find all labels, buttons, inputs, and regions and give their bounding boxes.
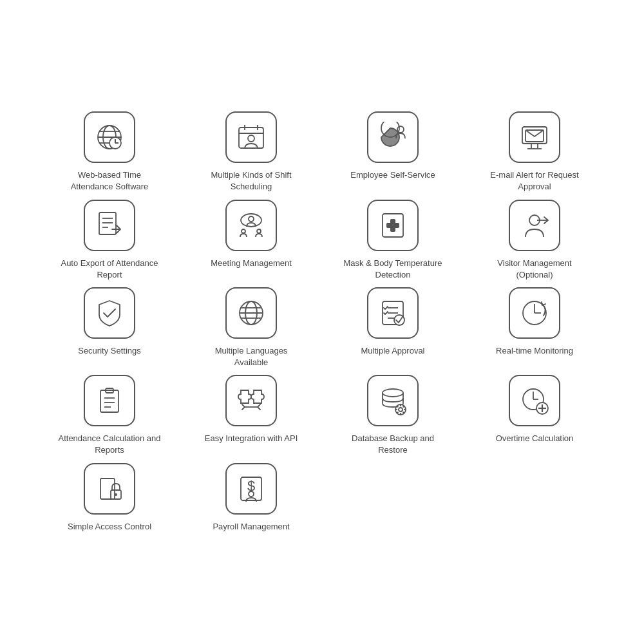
- svg-point-26: [242, 229, 245, 233]
- feature-payroll-management: $ Payroll Management: [187, 463, 316, 533]
- puzzle-arrows-icon: [236, 385, 267, 416]
- medical-cross-icon: [377, 210, 408, 241]
- feature-database-backup: Database Backup and Restore: [328, 375, 457, 456]
- simple-access-icon-box: [84, 463, 135, 515]
- meeting-management-icon-box: [225, 200, 277, 251]
- svg-rect-20: [99, 213, 116, 234]
- lock-card-icon: [94, 473, 125, 504]
- visitor-management-icon-box: [509, 200, 560, 251]
- employee-self-service-icon-box: [367, 111, 419, 163]
- svg-rect-46: [100, 390, 118, 412]
- mask-body-temp-icon-box: [367, 200, 419, 251]
- email-alert-label: E-mail Alert for Request Approval: [483, 169, 586, 193]
- shift-scheduling-icon-box: [225, 111, 277, 163]
- features-grid: Web-based Time Attendance Software Multi…: [19, 73, 625, 571]
- feature-multi-language: Multiple Languages Available: [187, 287, 316, 368]
- employee-self-service-label: Employee Self-Service: [350, 169, 435, 181]
- feature-realtime-monitoring: Real-time Monitoring: [470, 287, 599, 368]
- mask-body-temp-label: Mask & Body Temperature Detection: [341, 258, 444, 281]
- attendance-calc-icon-box: [84, 375, 135, 426]
- feature-web-time-attendance: Web-based Time Attendance Software: [45, 111, 174, 193]
- multi-language-icon-box: [225, 287, 277, 339]
- payroll-management-label: Payroll Management: [213, 521, 289, 533]
- payroll-management-icon-box: $: [225, 463, 277, 515]
- feature-mask-body-temp: Mask & Body Temperature Detection: [328, 200, 457, 281]
- svg-point-25: [249, 216, 254, 222]
- svg-point-14: [397, 126, 404, 133]
- calendar-person-icon: [236, 122, 267, 153]
- svg-rect-30: [386, 223, 399, 228]
- clock-plus-icon: [519, 385, 550, 416]
- shift-scheduling-label: Multiple Kinds of Shift Scheduling: [200, 169, 303, 193]
- svg-point-27: [257, 229, 261, 233]
- globe-clock-icon: [94, 122, 125, 153]
- svg-point-24: [241, 214, 261, 227]
- feature-attendance-calc: Attendance Calculation and Reports: [45, 375, 174, 456]
- feature-security-settings: Security Settings: [45, 287, 174, 368]
- simple-access-label: Simple Access Control: [68, 521, 151, 533]
- database-backup-label: Database Backup and Restore: [341, 433, 444, 456]
- svg-point-12: [248, 135, 254, 142]
- feature-meeting-management: Meeting Management: [187, 200, 316, 281]
- email-alert-icon-box: [509, 111, 560, 163]
- multi-language-label: Multiple Languages Available: [200, 345, 303, 368]
- person-cloud-icon: [236, 210, 267, 241]
- feature-simple-access: Simple Access Control: [45, 463, 174, 533]
- feature-easy-integration: Easy Integration with API: [187, 375, 316, 456]
- overtime-calc-label: Overtime Calculation: [496, 433, 574, 444]
- clipboard-icon: [94, 385, 125, 416]
- web-time-attendance-label: Web-based Time Attendance Software: [58, 169, 161, 193]
- security-settings-label: Security Settings: [78, 345, 141, 357]
- feature-multiple-approval: Multiple Approval: [328, 287, 457, 368]
- globe-network-icon: [236, 298, 267, 328]
- database-backup-icon-box: [367, 375, 419, 426]
- email-screen-icon: [519, 122, 550, 153]
- auto-export-icon-box: [84, 200, 135, 251]
- overtime-calc-icon-box: [509, 375, 560, 426]
- feature-email-alert: E-mail Alert for Request Approval: [470, 111, 599, 193]
- realtime-monitoring-label: Real-time Monitoring: [496, 345, 573, 357]
- clock-arrow-icon: [519, 298, 550, 328]
- auto-export-label: Auto Export of Attendance Report: [58, 258, 161, 281]
- svg-rect-8: [239, 128, 263, 148]
- checklist-icon: [377, 298, 408, 328]
- svg-point-52: [383, 389, 403, 397]
- doc-export-icon: [94, 210, 125, 241]
- feature-visitor-management: Visitor Management (Optional): [470, 200, 599, 281]
- easy-integration-icon-box: [225, 375, 277, 426]
- realtime-monitoring-icon-box: [509, 287, 560, 339]
- web-time-attendance-icon-box: [84, 111, 135, 163]
- easy-integration-label: Easy Integration with API: [205, 433, 298, 444]
- visitor-management-label: Visitor Management (Optional): [483, 258, 586, 281]
- feature-overtime-calc: Overtime Calculation: [470, 375, 599, 456]
- svg-point-71: [115, 493, 117, 496]
- meeting-management-label: Meeting Management: [211, 258, 292, 269]
- attendance-calc-label: Attendance Calculation and Reports: [58, 433, 161, 456]
- feature-auto-export: Auto Export of Attendance Report: [45, 200, 174, 281]
- multiple-approval-label: Multiple Approval: [361, 345, 425, 357]
- database-gear-icon: [377, 385, 408, 416]
- feature-shift-scheduling: Multiple Kinds of Shift Scheduling: [187, 111, 316, 193]
- dollar-person-icon: $: [236, 473, 267, 504]
- multiple-approval-icon-box: [367, 287, 419, 339]
- security-settings-icon-box: [84, 287, 135, 339]
- person-arrow-icon: [519, 210, 550, 241]
- person-pie-icon: [377, 122, 408, 153]
- feature-employee-self-service: Employee Self-Service: [328, 111, 457, 193]
- shield-check-icon: [94, 298, 125, 328]
